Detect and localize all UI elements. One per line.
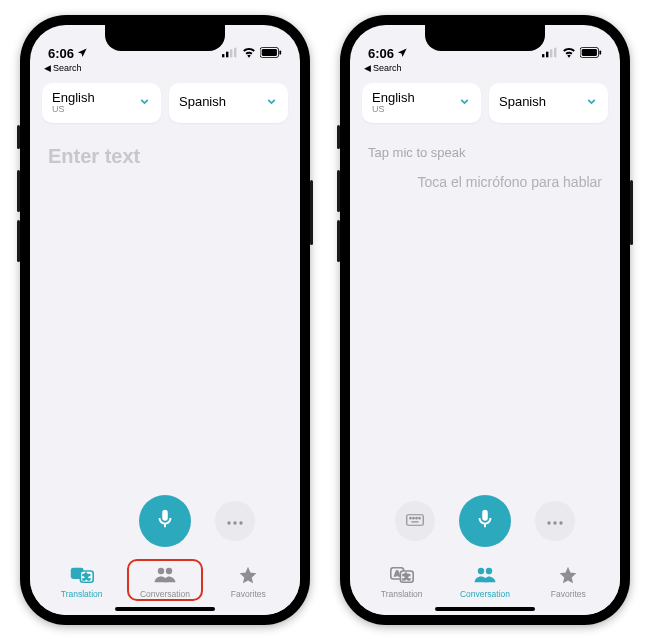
- prompt-spanish: Toca el micrófono para hablar: [368, 174, 602, 190]
- svg-point-29: [547, 521, 550, 524]
- more-button[interactable]: [215, 501, 255, 541]
- tab-conversation[interactable]: Conversation: [123, 565, 206, 599]
- svg-point-8: [233, 521, 236, 524]
- target-language-button[interactable]: Spanish: [489, 83, 608, 123]
- screen: 6:06 ◀ Search: [350, 25, 620, 615]
- svg-point-27: [419, 517, 420, 518]
- tab-translation[interactable]: A文 Translation: [360, 565, 443, 599]
- translation-input-area[interactable]: Enter text: [30, 131, 300, 491]
- back-arrow-icon: ◀: [364, 63, 371, 73]
- chevron-down-icon: [138, 94, 151, 112]
- svg-text:A: A: [394, 568, 399, 577]
- svg-rect-23: [407, 514, 424, 525]
- back-to-search[interactable]: ◀ Search: [350, 63, 620, 77]
- people-icon: [473, 565, 497, 587]
- location-icon: [77, 46, 88, 61]
- power-button: [310, 180, 313, 245]
- svg-rect-3: [234, 47, 236, 57]
- chevron-down-icon: [585, 94, 598, 112]
- signal-icon: [542, 46, 558, 61]
- volume-down: [17, 220, 20, 262]
- source-language-button[interactable]: English US: [362, 83, 481, 123]
- svg-point-37: [486, 567, 492, 573]
- target-language-name: Spanish: [499, 95, 546, 109]
- svg-rect-5: [262, 49, 277, 56]
- tab-conversation-label: Conversation: [140, 589, 190, 599]
- source-language-name: English: [372, 91, 415, 105]
- volume-up: [337, 170, 340, 212]
- svg-point-31: [559, 521, 562, 524]
- svg-rect-21: [582, 49, 597, 56]
- chevron-down-icon: [458, 94, 471, 112]
- svg-point-14: [158, 567, 164, 573]
- people-icon: [153, 565, 177, 587]
- ellipsis-icon: [226, 512, 244, 530]
- language-selector-row: English US Spanish: [30, 77, 300, 131]
- tab-favorites[interactable]: Favorites: [527, 565, 610, 599]
- tab-conversation-label: Conversation: [460, 589, 510, 599]
- silent-switch: [337, 125, 340, 149]
- more-button[interactable]: [535, 501, 575, 541]
- tab-bar: A文 Translation Conversation Favorites: [30, 557, 300, 615]
- svg-rect-16: [542, 54, 544, 57]
- wifi-icon: [242, 46, 256, 61]
- bottom-controls: [30, 491, 300, 557]
- screen: 6:06 ◀ Search: [30, 25, 300, 615]
- ellipsis-icon: [546, 512, 564, 530]
- svg-rect-22: [599, 50, 601, 54]
- svg-point-30: [553, 521, 556, 524]
- target-language-name: Spanish: [179, 95, 226, 109]
- keyboard-button[interactable]: [395, 501, 435, 541]
- svg-rect-17: [546, 51, 548, 57]
- svg-point-9: [239, 521, 242, 524]
- input-placeholder: Enter text: [48, 145, 282, 168]
- translation-icon: A文: [70, 565, 94, 587]
- svg-text:文: 文: [402, 572, 410, 581]
- svg-text:文: 文: [82, 572, 90, 581]
- bottom-controls: [350, 491, 620, 557]
- translation-icon: A文: [390, 565, 414, 587]
- svg-point-25: [413, 517, 414, 518]
- conversation-area: Tap mic to speak Toca el micrófono para …: [350, 131, 620, 491]
- source-language-name: English: [52, 91, 95, 105]
- chevron-down-icon: [265, 94, 278, 112]
- tab-favorites[interactable]: Favorites: [207, 565, 290, 599]
- tab-translation-label: Translation: [381, 589, 423, 599]
- phone-right: 6:06 ◀ Search: [340, 15, 630, 625]
- tab-conversation[interactable]: Conversation: [443, 565, 526, 599]
- silent-switch: [17, 125, 20, 149]
- star-icon: [236, 565, 260, 587]
- svg-rect-28: [411, 521, 419, 522]
- notch: [425, 25, 545, 51]
- status-time: 6:06: [48, 46, 74, 61]
- home-indicator[interactable]: [435, 607, 535, 611]
- svg-point-24: [410, 517, 411, 518]
- mic-button[interactable]: [459, 495, 511, 547]
- svg-rect-19: [554, 47, 556, 57]
- source-language-sub: US: [52, 105, 95, 115]
- mic-button[interactable]: [139, 495, 191, 547]
- volume-up: [17, 170, 20, 212]
- svg-rect-18: [550, 49, 552, 57]
- prompt-english: Tap mic to speak: [368, 145, 602, 160]
- source-language-button[interactable]: English US: [42, 83, 161, 123]
- source-language-sub: US: [372, 105, 415, 115]
- battery-icon: [580, 46, 602, 61]
- tab-favorites-label: Favorites: [231, 589, 266, 599]
- back-label: Search: [373, 63, 402, 73]
- power-button: [630, 180, 633, 245]
- tab-favorites-label: Favorites: [551, 589, 586, 599]
- phone-left: 6:06 ◀ Search: [20, 15, 310, 625]
- svg-point-36: [478, 567, 484, 573]
- tab-translation[interactable]: A文 Translation: [40, 565, 123, 599]
- back-to-search[interactable]: ◀ Search: [30, 63, 300, 77]
- target-language-button[interactable]: Spanish: [169, 83, 288, 123]
- home-indicator[interactable]: [115, 607, 215, 611]
- svg-rect-6: [279, 50, 281, 54]
- spacer: [75, 501, 115, 541]
- svg-point-26: [416, 517, 417, 518]
- volume-down: [337, 220, 340, 262]
- star-icon: [556, 565, 580, 587]
- mic-icon: [474, 508, 496, 534]
- notch: [105, 25, 225, 51]
